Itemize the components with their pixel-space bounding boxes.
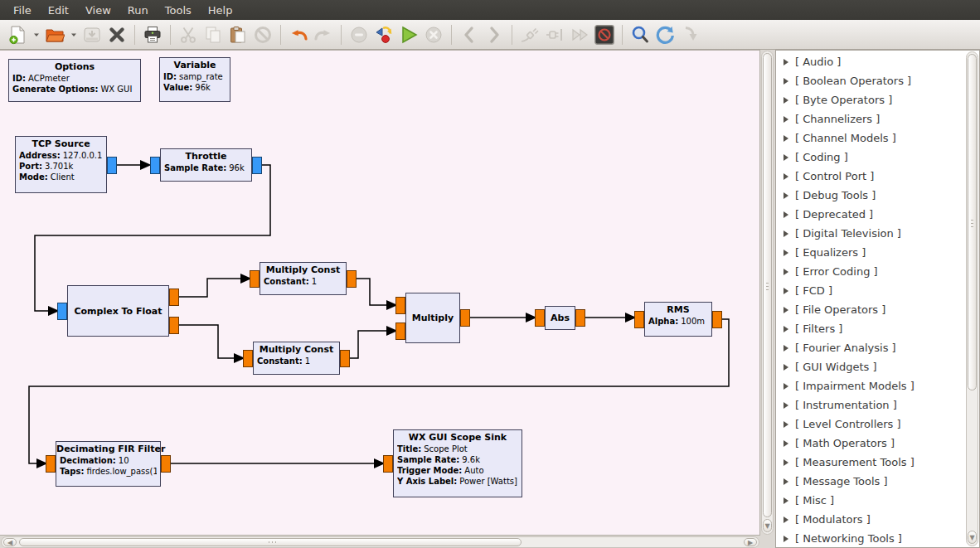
paste-button[interactable]: [226, 22, 250, 47]
reload-blocks-button[interactable]: [653, 22, 677, 47]
back-button[interactable]: [457, 22, 482, 47]
copy-button[interactable]: [201, 22, 226, 47]
throttle-output-port-0[interactable]: [252, 157, 262, 174]
flowgraph-canvas[interactable]: OptionsID:ACPmeterGenerate Options:WX GU…: [0, 50, 760, 536]
category-math-operators[interactable]: [ Math Operators ]: [776, 434, 965, 453]
menu-help[interactable]: Help: [200, 2, 241, 18]
wire[interactable]: [357, 279, 394, 305]
category-gui-widgets[interactable]: [ GUI Widgets ]: [776, 357, 965, 376]
expander-triangle-icon[interactable]: [784, 364, 788, 371]
canvas-vscrollbar-thumb[interactable]: [763, 53, 772, 517]
sidebar-vscrollbar[interactable]: ▼: [966, 51, 978, 546]
open-flowgraph-button[interactable]: [42, 22, 67, 47]
expander-triangle-icon[interactable]: [784, 421, 788, 428]
fast-forward-button[interactable]: [567, 22, 592, 47]
export-button[interactable]: [677, 22, 702, 47]
complex-to-float-output-port-0[interactable]: [169, 289, 179, 306]
category-misc[interactable]: [ Misc ]: [776, 491, 965, 510]
execute-button[interactable]: [396, 22, 421, 47]
rms-input-port-0[interactable]: [634, 311, 644, 328]
expander-triangle-icon[interactable]: [784, 192, 788, 199]
save-flowgraph-button[interactable]: [80, 22, 104, 47]
canvas-scroll-down-button[interactable]: ▼: [763, 519, 772, 532]
connect-button[interactable]: [542, 22, 567, 47]
expander-triangle-icon[interactable]: [784, 230, 788, 237]
canvas-hscrollbar-thumb[interactable]: [19, 538, 522, 546]
category-fcd[interactable]: [ FCD ]: [776, 281, 965, 300]
close-flowgraph-button[interactable]: [104, 22, 129, 47]
wire[interactable]: [179, 325, 241, 358]
category-fourier-analysis[interactable]: [ Fourier Analysis ]: [776, 338, 965, 357]
block-tcp-source[interactable]: TCP SourceAddress:127.0.0.1Port:3.701kMo…: [15, 136, 107, 193]
block-variable[interactable]: VariableID:samp_rateValue:96k: [159, 57, 230, 102]
expander-triangle-icon[interactable]: [784, 440, 788, 447]
category-modulators[interactable]: [ Modulators ]: [776, 510, 965, 529]
multiply-const-1-output-port-0[interactable]: [347, 270, 357, 288]
block-rms[interactable]: RMSAlpha:100m: [644, 302, 712, 337]
block-wx-gui-scope-sink[interactable]: WX GUI Scope SinkTitle:Scope PlotSample …: [393, 429, 522, 497]
multiply-input-port-0[interactable]: [395, 297, 405, 314]
menu-view[interactable]: View: [77, 2, 119, 18]
menu-run[interactable]: Run: [119, 2, 157, 18]
find-block-button[interactable]: [628, 22, 653, 47]
abs-input-port-0[interactable]: [535, 309, 545, 327]
expander-triangle-icon[interactable]: [784, 345, 788, 352]
new-flowgraph-dropdown[interactable]: [30, 22, 42, 47]
category-equalizers[interactable]: [ Equalizers ]: [776, 243, 965, 262]
category-byte-operators[interactable]: [ Byte Operators ]: [776, 90, 965, 109]
expander-triangle-icon[interactable]: [784, 116, 788, 123]
cut-button[interactable]: [176, 22, 201, 47]
expander-triangle-icon[interactable]: [784, 478, 788, 485]
expander-triangle-icon[interactable]: [784, 383, 788, 390]
print-button[interactable]: [140, 22, 165, 47]
category-filters[interactable]: [ Filters ]: [776, 319, 965, 338]
category-level-controllers[interactable]: [ Level Controllers ]: [776, 415, 965, 434]
multiply-const-2-output-port-0[interactable]: [340, 350, 350, 367]
canvas-vscrollbar[interactable]: ▼: [761, 51, 774, 535]
block-multiply[interactable]: Multiply: [405, 293, 460, 343]
abs-output-port-0[interactable]: [575, 309, 585, 327]
tcp-source-output-port-0[interactable]: [107, 157, 117, 174]
expander-triangle-icon[interactable]: [784, 97, 788, 104]
expander-triangle-icon[interactable]: [784, 402, 788, 409]
disconnect-button[interactable]: [517, 22, 542, 47]
expander-triangle-icon[interactable]: [784, 536, 788, 542]
category-deprecated[interactable]: [ Deprecated ]: [776, 205, 965, 224]
expander-triangle-icon[interactable]: [784, 78, 788, 85]
category-file-operators[interactable]: [ File Operators ]: [776, 300, 965, 319]
block-abs[interactable]: Abs: [545, 306, 575, 330]
rms-output-port-0[interactable]: [712, 311, 722, 328]
expander-triangle-icon[interactable]: [784, 154, 788, 161]
wire[interactable]: [179, 279, 248, 297]
expander-triangle-icon[interactable]: [784, 59, 788, 65]
category-instrumentation[interactable]: [ Instrumentation ]: [776, 395, 965, 415]
sidebar-scroll-down-button[interactable]: ▼: [968, 531, 977, 544]
canvas-scroll-right-button[interactable]: ▶: [744, 538, 757, 546]
expander-triangle-icon[interactable]: [784, 269, 788, 275]
forward-button[interactable]: [482, 22, 507, 47]
category-message-tools[interactable]: [ Message Tools ]: [776, 472, 965, 491]
canvas-scroll-left-button[interactable]: ◀: [3, 538, 17, 546]
decimating-fir-filter-input-port-0[interactable]: [46, 455, 56, 473]
decimating-fir-filter-output-port-0[interactable]: [161, 455, 171, 473]
menu-file[interactable]: File: [5, 2, 40, 18]
category-measurement-tools[interactable]: [ Measurement Tools ]: [776, 453, 965, 472]
expander-triangle-icon[interactable]: [784, 516, 788, 523]
block-decimating-fir-filter[interactable]: Decimating FIR FilterDecimation:10Taps:f…: [56, 441, 161, 487]
category-channelizers[interactable]: [ Channelizers ]: [776, 109, 965, 129]
complex-to-float-output-port-1[interactable]: [169, 317, 179, 334]
category-debug-tools[interactable]: [ Debug Tools ]: [776, 186, 965, 205]
undo-button[interactable]: [286, 22, 311, 47]
kill-button[interactable]: [421, 22, 446, 47]
expander-triangle-icon[interactable]: [784, 173, 788, 180]
multiply-const-2-input-port-0[interactable]: [243, 350, 253, 367]
block-multiply-const-2[interactable]: Multiply ConstConstant:1: [253, 342, 340, 375]
flowgraph-errors-button[interactable]: [347, 22, 371, 47]
new-flowgraph-button[interactable]: [5, 22, 30, 47]
category-audio[interactable]: [ Audio ]: [776, 52, 965, 71]
category-boolean-operators[interactable]: [ Boolean Operators ]: [776, 71, 965, 90]
wire[interactable]: [350, 331, 394, 358]
category-channel-models[interactable]: [ Channel Models ]: [776, 129, 965, 148]
expander-triangle-icon[interactable]: [784, 307, 788, 313]
generate-button[interactable]: [371, 22, 396, 47]
